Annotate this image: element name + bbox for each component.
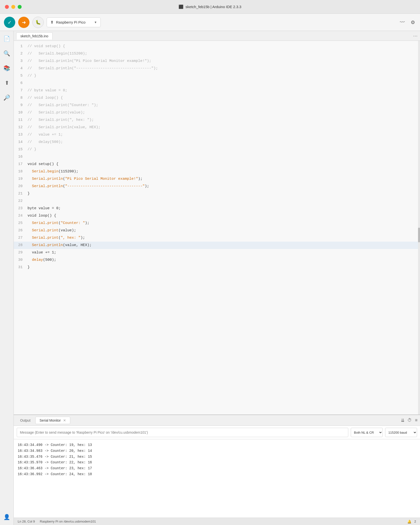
sidebar-item-search[interactable]: 🔍 xyxy=(2,49,12,58)
line-num-5: 5 xyxy=(14,72,28,80)
sidebar-item-library[interactable]: 📚 xyxy=(2,63,12,73)
line-num-17: 17 xyxy=(14,161,28,168)
line-num-6: 6 xyxy=(14,80,28,87)
status-bar: Ln 28, Col 9 Raspberry Pi on /dev/cu.usb… xyxy=(14,518,420,525)
line-ending-select[interactable]: Both NL & CR No line ending Newline Carr… xyxy=(351,428,383,437)
panel-menu-button[interactable]: ≡ xyxy=(415,418,418,423)
upload-button[interactable]: ➜ xyxy=(18,17,29,28)
sidebar-item-upload[interactable]: ⬆ xyxy=(2,78,12,88)
line-code-18: Serial.begin(115200); xyxy=(28,168,420,175)
debugger-icon: 🔎 xyxy=(3,95,10,101)
line-code-7: // byte value = 0; xyxy=(28,87,420,94)
line-num-29: 29 xyxy=(14,249,28,256)
line-num-1: 1 xyxy=(14,43,28,50)
line-num-9: 9 xyxy=(14,102,28,109)
line-num-12: 12 xyxy=(14,124,28,131)
line-code-5: // } xyxy=(28,72,420,80)
line-code-31: } xyxy=(28,264,420,271)
timestamp-button[interactable]: ⏱ xyxy=(407,418,412,423)
sidebar-item-files[interactable]: 📄 xyxy=(2,34,12,44)
line-num-11: 11 xyxy=(14,116,28,124)
code-line-31: 31 } xyxy=(14,264,420,271)
toolbar: ✓ ➜ 🐛 ⬆ Raspberry Pi Pico ▼ 〰 ⚙ xyxy=(0,14,420,31)
serial-message-input[interactable] xyxy=(17,428,348,437)
main-layout: 📄 🔍 📚 ⬆ 🔎 👤 sketch_feb15b.ino ⋯ xyxy=(0,31,420,525)
line-code-30: delay(500); xyxy=(28,256,420,264)
serial-monitor-icon: ⚙ xyxy=(411,20,415,25)
line-code-15: // } xyxy=(28,146,420,153)
code-line-25: 25 Serial.print("Counter: "); xyxy=(14,220,420,227)
content-area: sketch_feb15b.ino ⋯ 1 // void setup() { … xyxy=(14,31,420,525)
sidebar-item-debugger[interactable]: 🔎 xyxy=(2,93,12,103)
close-button[interactable] xyxy=(5,5,9,9)
code-line-19: 19 Serial.println("Pi Pico Serial Monito… xyxy=(14,175,420,183)
line-code-12: // Serial1.println(value, HEX); xyxy=(28,124,420,131)
code-line-22: 22 xyxy=(14,197,420,205)
debug-button[interactable]: 🐛 xyxy=(32,17,44,28)
code-line-11: 11 // Serial1.print(", hex: "); xyxy=(14,116,420,124)
scrollbar-track[interactable] xyxy=(418,41,420,414)
code-line-17: 17 void setup() { xyxy=(14,161,420,168)
plotter-button[interactable]: 〰 xyxy=(399,18,406,26)
line-num-24: 24 xyxy=(14,212,28,220)
line-num-14: 14 xyxy=(14,138,28,146)
line-num-2: 2 xyxy=(14,50,28,57)
code-line-2: 2 // Serial1.begin(115200); xyxy=(14,50,420,57)
file-tab-name: sketch_feb15b.ino xyxy=(20,34,48,38)
code-line-21: 21 } xyxy=(14,190,420,197)
code-editor[interactable]: 1 // void setup() { 2 // Serial1.begin(1… xyxy=(14,41,420,414)
code-line-23: 23 byte value = 0; xyxy=(14,205,420,212)
line-num-10: 10 xyxy=(14,109,28,116)
file-tab-sketch[interactable]: sketch_feb15b.ino xyxy=(16,32,53,40)
scroll-lock-button[interactable]: ⇊ xyxy=(401,418,405,423)
boards-icon: ⬆ xyxy=(5,80,9,86)
code-line-14: 14 // delay(500); xyxy=(14,138,420,146)
code-line-27: 27 Serial.print(", hex: "); xyxy=(14,234,420,242)
line-num-15: 15 xyxy=(14,146,28,153)
more-tabs-icon: ⋯ xyxy=(413,33,418,38)
line-code-2: // Serial1.begin(115200); xyxy=(28,50,420,57)
board-name: Raspberry Pi Pico xyxy=(56,20,92,24)
code-line-20: 20 Serial.println("---------------------… xyxy=(14,183,420,190)
notification-icon: 🔔 xyxy=(407,520,411,524)
more-tabs-button[interactable]: ⋯ xyxy=(413,33,418,39)
tab-serial-monitor[interactable]: Serial Monitor ✕ xyxy=(35,417,70,424)
line-num-30: 30 xyxy=(14,256,28,264)
serial-monitor-button[interactable]: ⚙ xyxy=(410,18,416,26)
window-controls xyxy=(5,5,22,9)
library-icon: 📚 xyxy=(3,65,10,71)
line-num-18: 18 xyxy=(14,168,28,175)
serial-output-line-3: 16:43:35.476 -> Counter: 21, hex: 15 xyxy=(18,454,416,460)
scrollbar-thumb[interactable] xyxy=(418,228,420,242)
line-num-19: 19 xyxy=(14,175,28,183)
line-code-9: // Serial1.print("Counter: "); xyxy=(28,102,420,109)
minimize-button[interactable] xyxy=(11,5,15,9)
line-code-4: // Serial1.println("--------------------… xyxy=(28,65,420,72)
cursor-position: Ln 28, Col 9 xyxy=(18,520,35,523)
panel-menu-icon: ≡ xyxy=(415,418,418,423)
debug-icon: 🐛 xyxy=(35,20,41,25)
sidebar: 📄 🔍 📚 ⬆ 🔎 👤 xyxy=(0,31,14,525)
sidebar-item-user[interactable]: 👤 xyxy=(2,512,12,522)
line-code-25: Serial.print("Counter: "); xyxy=(28,220,420,227)
code-line-13: 13 // value += 1; xyxy=(14,131,420,138)
baud-rate-select[interactable]: 115200 baud 9600 baud 57600 baud xyxy=(385,428,417,437)
code-line-5: 5 // } xyxy=(14,72,420,80)
line-code-20: Serial.println("------------------------… xyxy=(28,183,420,190)
board-selector[interactable]: ⬆ Raspberry Pi Pico ▼ xyxy=(47,17,101,27)
code-line-29: 29 value += 1; xyxy=(14,249,420,256)
tab-output[interactable]: Output xyxy=(16,417,34,424)
window-title-text: sketch_feb15b | Arduino IDE 2.3.3 xyxy=(185,5,241,9)
code-line-1: 1 // void setup() { xyxy=(14,43,420,50)
code-line-28: 28 Serial.println(value, HEX); xyxy=(14,242,420,249)
line-code-28: Serial.println(value, HEX); xyxy=(28,242,420,249)
verify-button[interactable]: ✓ xyxy=(4,17,15,28)
line-code-17: void setup() { xyxy=(28,161,420,168)
maximize-button[interactable] xyxy=(18,5,22,9)
code-line-15: 15 // } xyxy=(14,146,420,153)
line-code-24: void loop() { xyxy=(28,212,420,220)
serial-monitor-close-icon[interactable]: ✕ xyxy=(63,418,66,422)
line-code-11: // Serial1.print(", hex: "); xyxy=(28,116,420,124)
title-bar: ⬛ sketch_feb15b | Arduino IDE 2.3.3 xyxy=(0,0,420,14)
line-num-8: 8 xyxy=(14,94,28,102)
